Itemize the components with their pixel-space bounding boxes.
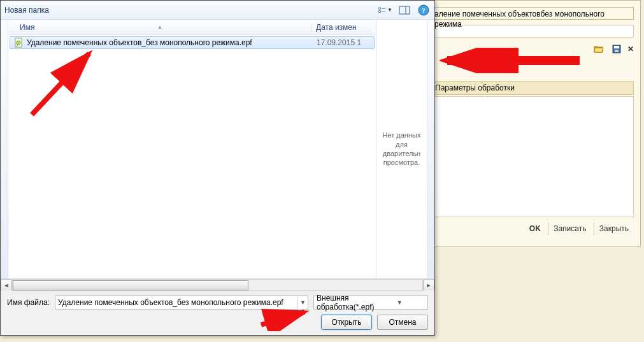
column-name[interactable]: Имя ▲	[8, 23, 312, 32]
filename-label: Имя файла:	[7, 298, 50, 307]
scroll-thumb[interactable]	[13, 280, 248, 290]
horizontal-scrollbar[interactable]: ◄ ►	[1, 279, 434, 290]
file-icon	[14, 38, 24, 48]
svg-rect-7	[399, 6, 410, 14]
write-button[interactable]: Записать	[548, 222, 591, 235]
file-name: Удаление помеченных объектов_без монопол…	[27, 38, 317, 47]
scroll-right-icon[interactable]: ►	[423, 280, 434, 291]
clear-icon[interactable]: ✕	[627, 45, 634, 53]
cancel-button[interactable]: Отмена	[377, 315, 428, 330]
column-date[interactable]: Дата измен	[312, 23, 376, 32]
preview-pane: Нет данных для дварительн просмотра.	[376, 20, 427, 278]
open-file-dialog: Новая папка ▼ ? Имя ▲ Дата измен	[0, 0, 435, 336]
svg-rect-3	[379, 7, 381, 9]
filename-text[interactable]	[55, 298, 297, 307]
svg-point-12	[17, 41, 20, 45]
save-icon[interactable]	[610, 42, 624, 56]
scroll-track[interactable]	[12, 280, 423, 291]
sort-indicator-icon: ▲	[157, 24, 162, 30]
dialog-toolbar: Новая папка ▼ ?	[1, 1, 434, 20]
svg-rect-4	[379, 10, 381, 12]
help-icon[interactable]: ?	[417, 3, 431, 17]
section-body	[431, 96, 634, 217]
section-header: Параметры обработки	[431, 81, 634, 95]
filename-history-dropdown[interactable]: ▼	[297, 296, 308, 309]
background-panel: аление помеченных объектовбез монопольно…	[424, 0, 641, 246]
preview-pane-icon[interactable]	[397, 3, 411, 17]
file-list: Удаление помеченных объектов_без монопол…	[8, 35, 376, 278]
nav-pane-left	[1, 20, 8, 278]
file-date: 17.09.2015 1	[317, 38, 374, 47]
view-options-icon[interactable]: ▼	[378, 3, 392, 17]
close-button[interactable]: Закрыть	[594, 222, 634, 235]
filter-text: Внешняя обработка(*.epf)	[317, 294, 375, 311]
open-folder-icon[interactable]	[592, 42, 606, 56]
svg-rect-1	[614, 46, 619, 48]
column-headers: Имя ▲ Дата измен	[8, 20, 376, 35]
file-row[interactable]: Удаление помеченных объектов_без монопол…	[10, 36, 375, 49]
open-button[interactable]: Открыть	[321, 315, 372, 330]
filename-input[interactable]: ▼	[55, 296, 308, 310]
filetype-filter[interactable]: Внешняя обработка(*.epf) ▼	[313, 296, 428, 310]
filter-dropdown-icon[interactable]: ▼	[375, 299, 425, 306]
chevron-down-icon: ▼	[387, 7, 392, 13]
ok-button[interactable]: OK	[524, 222, 546, 235]
scroll-left-icon[interactable]: ◄	[1, 280, 12, 291]
svg-text:?: ?	[422, 6, 426, 14]
nav-pane-right	[427, 20, 434, 278]
new-folder-button[interactable]: Новая папка	[4, 6, 49, 15]
title-field[interactable]: аление помеченных объектовбез монопольно…	[431, 7, 634, 20]
svg-rect-2	[615, 50, 619, 52]
